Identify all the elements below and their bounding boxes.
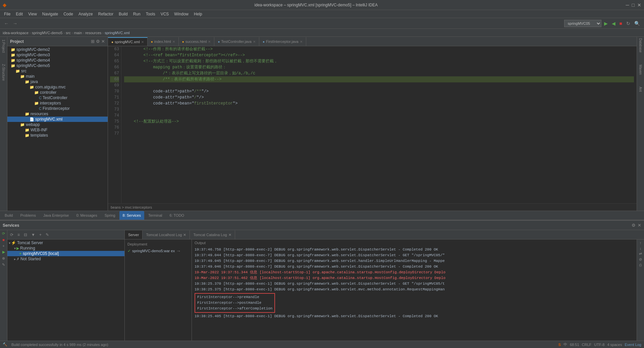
srv-restart-icon[interactable]: ⟳ xyxy=(2,231,5,236)
menu-item-code[interactable]: Code xyxy=(61,11,76,17)
toolbar-forward-icon[interactable]: → xyxy=(11,20,19,27)
structure-icon[interactable]: Z-Structure xyxy=(1,63,6,82)
srv-pin-icon[interactable]: ⊕ xyxy=(2,256,5,261)
menu-item-view[interactable]: View xyxy=(25,11,40,17)
tree-item-springmvc-demo5[interactable]: 📁springMVC-demo5 xyxy=(7,63,108,68)
tree-item-interceptors[interactable]: 📁interceptors xyxy=(7,100,108,106)
menu-item-edit[interactable]: Edit xyxy=(13,11,25,17)
breadcrumb-item-6[interactable]: springMVC.xml xyxy=(105,31,130,35)
srv-stop-icon[interactable]: ■ xyxy=(2,238,5,242)
tab-close-icon[interactable]: ✕ xyxy=(300,40,303,44)
tab-close-icon[interactable]: ✕ xyxy=(253,40,256,44)
service-tab-tomcat-localhost-log[interactable]: Tomcat Localhost Log✕ xyxy=(143,230,190,239)
tree-item-springmvc-demo4[interactable]: 📁springMVC-demo4 xyxy=(7,58,108,63)
database-icon[interactable]: Database xyxy=(639,38,642,53)
menu-item-navigate[interactable]: Navigate xyxy=(40,11,61,17)
service-tab-tomcat-catalina-log[interactable]: Tomcat Catalina Log✕ xyxy=(190,230,235,239)
bottom-tab-messages[interactable]: 0: Messages xyxy=(73,211,100,220)
breadcrumb-item-4[interactable]: main xyxy=(74,31,82,35)
srv-tool-refresh[interactable]: ⟳ xyxy=(9,232,15,238)
bottom-tab-spring[interactable]: Spring xyxy=(101,211,119,220)
editor-tab-success.html[interactable]: ●success.html✕ xyxy=(179,37,215,46)
tab-close-icon[interactable]: ✕ xyxy=(141,40,144,44)
menu-item-file[interactable]: File xyxy=(1,11,13,17)
breadcrumb-item-5[interactable]: resources xyxy=(85,31,101,35)
tree-item-springmvc-demo2[interactable]: 📁springMVC-demo2 xyxy=(7,47,108,52)
srv-run-icon[interactable]: ▶ xyxy=(2,250,5,254)
srv-tool-filter[interactable]: ▼ xyxy=(30,232,37,238)
springmvc05-item[interactable]: ✦ springMVC05 [local] xyxy=(7,251,124,256)
stop-icon[interactable]: ■ xyxy=(618,20,624,27)
print-icon[interactable]: ⎙ xyxy=(639,263,642,267)
tree-item-main[interactable]: 📁main xyxy=(7,74,108,79)
breadcrumb-item-2[interactable]: springMVC-demo5 xyxy=(32,31,63,35)
menu-item-refactor[interactable]: Refactor xyxy=(96,11,116,17)
tree-item-src[interactable]: 📁src xyxy=(7,68,108,74)
bottom-tab-build[interactable]: Build xyxy=(1,211,16,220)
bottom-tab-services[interactable]: 8: Services xyxy=(119,211,144,220)
service-tab-close-icon[interactable]: ✕ xyxy=(228,233,231,237)
titlebar-controls[interactable]: ─ □ ✕ xyxy=(626,2,641,8)
menu-item-build[interactable]: Build xyxy=(116,11,130,17)
tree-item-webapp[interactable]: 📁webapp xyxy=(7,122,108,127)
tree-item-controller[interactable]: 📁controller xyxy=(7,90,108,95)
tree-item-springmvc.xml[interactable]: 📄springMVC.xml xyxy=(7,117,108,122)
tree-item-web-inf[interactable]: 📁WEB-INF xyxy=(7,127,108,133)
scroll-down-icon[interactable]: ↓ xyxy=(640,246,642,250)
project-collapse-icon[interactable]: ⊞ xyxy=(91,39,95,44)
build-icon[interactable]: ▶ xyxy=(603,20,609,27)
debug-icon[interactable]: ◀ xyxy=(610,20,617,27)
tree-item-firstinterceptor[interactable]: CFirstInterceptor xyxy=(7,106,108,111)
service-tab-server[interactable]: Server xyxy=(125,230,143,239)
tree-item-java[interactable]: 📁java xyxy=(7,79,108,84)
search-everywhere-icon[interactable]: 🔍 xyxy=(633,20,641,27)
breadcrumb-item-1[interactable]: idea-workspace xyxy=(3,31,29,35)
tree-item-testcontroller[interactable]: CTestController xyxy=(7,95,108,100)
menu-item-help[interactable]: Help xyxy=(191,11,205,17)
run-config-dropdown[interactable]: springMVC05 xyxy=(564,20,601,27)
tomcat-server-item[interactable]: ▾ ⚡ Tomcat Server xyxy=(7,240,124,246)
menu-item-tools[interactable]: Tools xyxy=(143,11,158,17)
menu-item-analyze[interactable]: Analyze xyxy=(76,11,96,17)
event-log-link[interactable]: Event Log xyxy=(625,343,641,347)
tab-close-icon[interactable]: ✕ xyxy=(172,40,175,44)
menu-item-window[interactable]: Window xyxy=(171,11,191,17)
bottom-tab-terminal[interactable]: Terminal xyxy=(145,211,166,220)
project-close-icon[interactable]: ✕ xyxy=(101,39,105,44)
statusbar-indent[interactable]: 4 spaces xyxy=(607,343,622,347)
tab-close-icon[interactable]: ✕ xyxy=(208,40,211,44)
services-close-icon[interactable]: ✕ xyxy=(638,223,641,228)
ant-icon[interactable]: Ant xyxy=(639,87,642,92)
code-area[interactable]: <!--作用：所有的请求都会被拦截--> <!--<ref bean="firs… xyxy=(121,46,637,203)
editor-tab-firstinterceptor.java[interactable]: ●FirstInterceptor.java✕ xyxy=(259,37,306,46)
not-started-item[interactable]: ▸ ✗ Not Started xyxy=(7,256,124,262)
scroll-up-icon[interactable]: ↑ xyxy=(640,241,642,245)
project-settings-icon[interactable]: ⚙ xyxy=(96,39,100,44)
srv-tool-edit[interactable]: ✎ xyxy=(44,232,50,238)
editor-tab-springmvc.xml[interactable]: ●springMVC.xml✕ xyxy=(108,37,148,46)
maximize-button[interactable]: □ xyxy=(632,2,635,8)
editor-tab-testcontroller.java[interactable]: ●TestController.java✕ xyxy=(214,37,259,46)
bottom-tab-todo[interactable]: 6: TODO xyxy=(166,211,188,220)
tree-item-resources[interactable]: 📁resources xyxy=(7,111,108,117)
project-icon[interactable]: 1:Project xyxy=(1,38,6,54)
editor-tab-index.html[interactable]: ●index.html✕ xyxy=(148,37,179,46)
tree-item-com.atguigu.mvc[interactable]: 📁com.atguigu.mvc xyxy=(7,84,108,90)
statusbar-charset[interactable]: UTF-8 xyxy=(594,343,604,347)
bottom-tab-java enterprise[interactable]: Java Enterprise xyxy=(40,211,72,220)
services-settings-icon[interactable]: ⚙ xyxy=(632,223,636,228)
menu-item-run[interactable]: Run xyxy=(130,11,143,17)
minimize-button[interactable]: ─ xyxy=(626,2,629,8)
tree-item-springmvc-demo3[interactable]: 📁springMVC-demo3 xyxy=(7,52,108,58)
statusbar-crlf[interactable]: CRLF xyxy=(582,343,592,347)
bottom-tab-problems[interactable]: Problems xyxy=(17,211,39,220)
clear-log-icon[interactable]: ⊘ xyxy=(639,257,642,262)
wrap-lines-icon[interactable]: ⇌ xyxy=(639,252,642,256)
ime-indicator[interactable]: 中 xyxy=(564,342,567,347)
menu-item-vcs[interactable]: VCS xyxy=(158,11,172,17)
toolbar-back-icon[interactable]: ← xyxy=(3,20,10,27)
srv-tool-collapse[interactable]: ≡ xyxy=(16,232,21,238)
running-group-item[interactable]: ▾ ▶ Running xyxy=(7,246,124,251)
srv-add-icon[interactable]: + xyxy=(2,244,4,248)
close-button[interactable]: ✕ xyxy=(637,2,641,8)
